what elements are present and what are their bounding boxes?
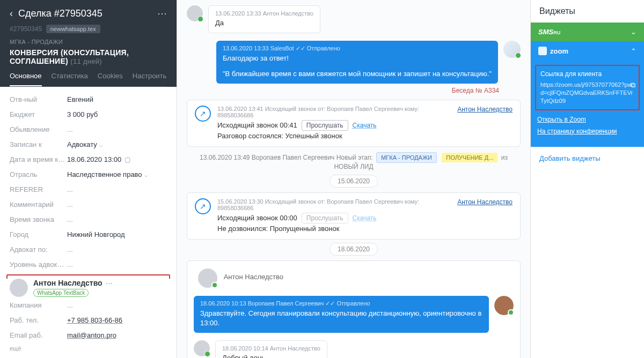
whatsapp-dot-icon xyxy=(508,309,514,316)
contact-name[interactable]: Антон Наследство xyxy=(33,279,103,287)
chevron-down-icon: ⌄ xyxy=(631,28,636,36)
call-contact-link[interactable]: Антон Наследство xyxy=(457,106,513,113)
more-icon[interactable]: ⋯ xyxy=(157,8,167,19)
phone-out-icon: ↗ xyxy=(195,106,211,122)
responsible-value[interactable]: Евгений xyxy=(67,95,93,103)
call-record: ↗ 15.06.2020 13:30 Исходящий звонок от: … xyxy=(187,192,521,240)
message-text: Благодарю за ответ! xyxy=(223,54,492,64)
comment-value[interactable]: ... xyxy=(67,200,73,208)
call-contact-link[interactable]: Антон Наследство xyxy=(457,198,513,206)
zoom-url[interactable]: https://zoom.us/j/97537077062?pwd=cjlFQm… xyxy=(540,81,634,105)
deal-stage[interactable]: КОНВЕРСИЯ (КОНСУЛЬТАЦИЯ, СОГЛАШЕНИЕ) (11… xyxy=(10,48,167,65)
contact-expand[interactable]: ещё xyxy=(10,345,167,352)
lawyerlevel-label: Уровень адвоката xyxy=(10,260,67,268)
contact-avatar-small[interactable] xyxy=(198,268,217,288)
calltime-label: Время звонка xyxy=(10,215,67,223)
widget-smsru[interactable]: SMSRU ⌄ xyxy=(531,23,644,41)
message-in: 18.06.2020 10:14 Антон Наследство Добрый… xyxy=(194,340,514,358)
message-in: 13.06.2020 13:33 Антон Наследство Да xyxy=(187,5,521,33)
pipeline-name: МГКА - ПРОДАЖИ xyxy=(10,39,167,45)
email-label: Email раб. xyxy=(10,331,67,339)
message-out: 18.06.2020 10:13 Воропаев Павел Сергееви… xyxy=(194,296,514,333)
company-label: Компания xyxy=(10,301,67,309)
chevron-down-icon: ⌵ xyxy=(99,142,103,148)
contact-more-icon[interactable]: ⋯ xyxy=(106,279,113,287)
appointed-value[interactable]: Адвокату⌵ xyxy=(67,140,103,148)
tab-stats[interactable]: Статистика xyxy=(52,72,88,86)
whatsapp-dot-icon xyxy=(197,16,203,22)
call-result: Не дозвонился: Пропущенный звонок xyxy=(217,225,451,233)
check-icon: ✓✓ xyxy=(325,300,335,307)
calendar-icon: ▢ xyxy=(125,156,130,163)
call-meta: 13.06.2020 13:41 Исходящий звонок от: Во… xyxy=(217,106,451,118)
budget-label: Бюджет xyxy=(10,110,67,118)
responsible-label: Отв-ный xyxy=(10,95,67,103)
contact-avatar-small[interactable] xyxy=(194,340,210,356)
stage-change-log: 13.06.2020 13:49 Воропаев Павел Сергееви… xyxy=(187,152,521,170)
datetime-value[interactable]: 18.06.2020 13:00▢ xyxy=(67,155,130,163)
tab-cookies[interactable]: Cookies xyxy=(98,72,123,86)
chevron-down-icon: ⌵ xyxy=(144,172,148,178)
contact-avatar-small[interactable] xyxy=(187,5,203,21)
widgets-panel: Виджеты SMSRU ⌄ zoom ⌃ Ссылка для клиент… xyxy=(530,0,644,358)
lawyerlevel-value[interactable]: ... xyxy=(67,260,73,268)
chat-feed: 13.06.2020 13:33 Антон Наследство Да 13.… xyxy=(177,0,530,358)
comment-label: Комментарий xyxy=(10,200,67,208)
city-label: Город xyxy=(10,230,67,238)
deal-tabs: Основное Статистика Cookies Настроить xyxy=(10,72,167,87)
call-record: ↗ 13.06.2020 13:41 Исходящий звонок от: … xyxy=(187,100,521,147)
deal-id: #27950345 xyxy=(10,25,42,33)
city-value[interactable]: Нижний Новгород xyxy=(67,230,125,238)
message-meta: 18.06.2020 10:14 Антон Наследство xyxy=(222,345,320,352)
widget-zoom-header[interactable]: zoom ⌃ xyxy=(531,41,644,61)
widget-zoom-body: Ссылка для клиента https://zoom.us/j/975… xyxy=(531,61,644,147)
contact-name-label: Антон Наследство xyxy=(224,273,283,281)
download-link: Скачать xyxy=(353,214,377,222)
date-divider: 18.06.2020 xyxy=(187,245,521,253)
thread-link[interactable]: Беседа № A334 xyxy=(187,87,521,94)
whatsapp-badge: WhatsApp TextBack xyxy=(33,289,89,297)
camera-icon xyxy=(538,47,547,55)
widgets-title: Виджеты xyxy=(531,0,644,23)
budget-value[interactable]: 3 000 руб xyxy=(67,110,98,118)
tab-setup[interactable]: Настроить xyxy=(133,72,167,86)
zoom-open-link[interactable]: Открыть в Zoom xyxy=(537,116,638,123)
chevron-up-icon: ⌃ xyxy=(631,47,636,55)
phone-label: Раб. тел. xyxy=(10,316,67,324)
message-text: Добрый день. xyxy=(222,353,320,358)
add-widgets-link[interactable]: Добавить виджеты xyxy=(531,147,644,170)
contact-avatar[interactable] xyxy=(10,279,28,297)
industry-value[interactable]: Наследственное право⌵ xyxy=(67,170,148,178)
tab-main[interactable]: Основное xyxy=(10,72,42,86)
deal-sidebar: ‹ Сделка #27950345 ⋯ #27950345 newwhatsa… xyxy=(0,0,177,358)
ad-value[interactable]: ... xyxy=(67,125,73,133)
thread-block: Антон Наследство 18.06.2020 10:13 Воропа… xyxy=(187,260,521,358)
deal-tag[interactable]: newwhatsapp.tex xyxy=(46,25,100,33)
ad-label: Обьявление xyxy=(10,125,67,133)
contact-card: Антон Наследство⋯ WhatsApp TextBack Комп… xyxy=(0,279,177,358)
check-icon: ✓✓ xyxy=(296,45,305,51)
listen-button[interactable]: Прослушать xyxy=(302,120,348,131)
message-text: Да xyxy=(215,18,313,28)
company-value[interactable]: ... xyxy=(67,301,73,309)
zoom-link-label: Ссылка для клиента xyxy=(540,70,634,78)
stage-chip: МГКА - ПРОДАЖИ xyxy=(376,152,437,163)
phone-value[interactable]: +7 985 803-66-86 xyxy=(67,316,122,324)
back-icon[interactable]: ‹ xyxy=(10,8,13,19)
datetime-label: Дата и время конс) xyxy=(10,155,67,163)
bot-avatar xyxy=(503,41,521,58)
call-meta: 15.06.2020 13:30 Исходящий звонок от: Во… xyxy=(217,198,451,211)
user-avatar[interactable] xyxy=(494,296,514,315)
call-duration: Исходящий звонок 00:00 xyxy=(217,214,297,222)
calltime-value[interactable]: ... xyxy=(67,215,73,223)
copy-icon[interactable]: ⧉ xyxy=(631,81,635,89)
lawyer-value[interactable]: ... xyxy=(67,245,73,253)
message-meta: 13.06.2020 13:33 SalesBot ✓✓ Отправлено xyxy=(223,45,492,52)
lawyer-label: Адвокат по: xyxy=(10,245,67,253)
zoom-conf-page-link[interactable]: На страницу конференции xyxy=(537,128,638,135)
referer-value[interactable]: ... xyxy=(67,185,73,193)
zoom-client-link-box: Ссылка для клиента https://zoom.us/j/975… xyxy=(535,65,640,110)
email-value[interactable]: mail@anton.pro xyxy=(67,331,116,339)
download-link[interactable]: Скачать xyxy=(353,122,377,129)
whatsapp-dot-icon xyxy=(515,53,521,58)
